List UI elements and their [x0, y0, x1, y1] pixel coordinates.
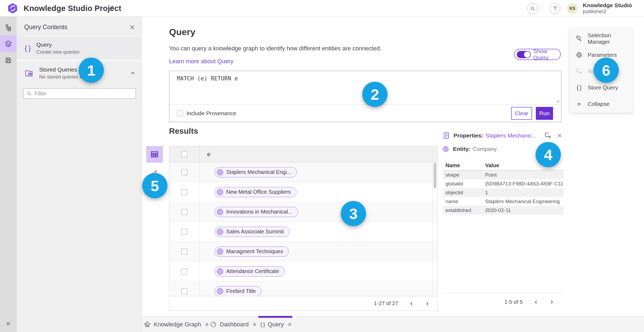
property-row: shape Point — [443, 170, 564, 179]
project-title: Knowledge Studio Project — [24, 0, 121, 17]
toggle-knob — [524, 51, 530, 58]
entity-type: Company — [473, 146, 497, 152]
table-row: Firebird Title — [169, 281, 437, 296]
entity-pill[interactable]: Sales Associate Summit — [215, 227, 290, 237]
bottom-tab-bar: Knowledge Graph × Dashboard × { } Query … — [142, 316, 644, 332]
entity-dot-icon — [443, 146, 449, 152]
entity-pill[interactable]: Attendance Certificate — [215, 266, 285, 277]
row-checkbox[interactable] — [181, 169, 187, 175]
results-page-range: 1-27 of 27 — [374, 300, 398, 307]
callout-badge-1: 1 — [79, 58, 104, 83]
table-row: Attendance Certificate — [169, 262, 437, 281]
select-all-checkbox[interactable] — [181, 151, 187, 157]
results-prev-page-button[interactable]: ‹ — [409, 300, 414, 307]
tab-dashboard[interactable]: Dashboard × — [210, 316, 257, 332]
panel-header: Query Contents — [17, 17, 141, 38]
row-checkbox[interactable] — [181, 189, 187, 195]
scrollbar-gutter — [432, 146, 437, 162]
rail-expand-button[interactable]: » — [0, 315, 17, 331]
item-title: Query — [36, 42, 79, 48]
query-editor-footer: Include Provenance Clear Run — [169, 105, 561, 122]
add-square-icon — [575, 68, 583, 75]
table-row: New Metal Office Suppliers — [169, 182, 437, 202]
rail-item-save[interactable] — [0, 52, 17, 69]
row-checkbox[interactable] — [181, 288, 187, 294]
entity-pill[interactable]: Managment Techniques — [215, 247, 289, 257]
table-row: Sales Associate Summit — [169, 222, 437, 242]
tab-knowledge-graph[interactable]: Knowledge Graph × — [144, 316, 209, 332]
show-query-toggle[interactable]: Show Query — [514, 49, 561, 60]
column-header-name: Name — [443, 162, 485, 169]
property-row: name Staplers Mechanical Engineering — [443, 197, 564, 206]
hierarchy-icon — [5, 24, 12, 31]
properties-entity-link[interactable]: Staplers Mechanic... — [485, 132, 536, 139]
filter-field — [24, 88, 136, 99]
properties-doc-icon — [443, 132, 450, 139]
rail-item-contents-active[interactable] — [0, 35, 17, 52]
add-to-new-icon[interactable] — [544, 132, 552, 139]
row-checkbox[interactable] — [181, 268, 187, 274]
properties-page-range: 1-5 of 5 — [504, 299, 523, 305]
expand-icon: » — [6, 319, 10, 327]
entity-pill[interactable]: New Metal Office Suppliers — [215, 187, 297, 197]
braces-icon: { } — [260, 321, 265, 328]
properties-title: Properties: — [453, 132, 483, 139]
top-bar: Knowledge Studio Project ? KS Knowledge … — [0, 0, 644, 17]
menu-item-selection-manager[interactable]: Selection Manager — [569, 30, 633, 47]
results-next-page-button[interactable]: › — [425, 300, 430, 307]
sidebar-item-query[interactable]: { } Query Create new queries — [17, 38, 141, 59]
tab-query-active[interactable]: { } Query × — [260, 316, 292, 332]
properties-next-page-button[interactable]: › — [549, 298, 554, 306]
properties-table: Name Value shape Point globalid {5D9B471… — [443, 161, 564, 215]
results-pagination: 1-27 of 27 ‹ › — [169, 296, 437, 311]
table-icon — [150, 150, 159, 159]
entity-dot-icon — [217, 229, 223, 235]
avatar[interactable]: KS — [567, 3, 578, 14]
include-provenance-label: Include Provenance — [186, 110, 236, 117]
search-button[interactable] — [527, 3, 538, 14]
entity-dot-icon — [217, 169, 223, 176]
clear-button[interactable]: Clear — [511, 107, 532, 120]
entity-dot-icon — [217, 268, 223, 275]
edit-title-icon[interactable] — [107, 5, 114, 12]
entity-pill[interactable]: Innovations in Mechanical... — [215, 207, 298, 217]
collapse-section-icon[interactable] — [130, 70, 136, 76]
app-logo-icon[interactable] — [7, 3, 18, 14]
menu-item-collapse[interactable]: » Collapse — [569, 96, 633, 112]
learn-more-link[interactable]: Learn more about Query — [169, 58, 233, 65]
callout-badge-4: 4 — [536, 142, 561, 167]
close-tab-icon[interactable]: × — [288, 321, 292, 328]
entity-dot-icon — [217, 248, 223, 255]
help-button[interactable]: ? — [550, 3, 560, 14]
entity-label: Entity: — [453, 146, 470, 152]
toggle-track — [517, 51, 531, 58]
entity-pill[interactable]: Firebird Title — [215, 286, 261, 296]
stored-queries-folder-icon — [25, 69, 33, 77]
table-view-button[interactable] — [146, 146, 163, 163]
row-checkbox[interactable] — [181, 249, 187, 255]
run-button[interactable]: Run — [536, 107, 553, 120]
entity-pill[interactable]: Staplers Mechanical Engi... — [215, 167, 297, 177]
filter-input[interactable] — [35, 91, 133, 97]
results-table-header: e — [169, 146, 437, 162]
results-table-body: Staplers Mechanical Engi... New Metal Of… — [169, 162, 437, 296]
resize-handle[interactable] — [555, 99, 560, 103]
entity-dot-icon — [217, 288, 223, 294]
properties-prev-page-button[interactable]: ‹ — [533, 298, 539, 306]
vertical-scrollbar[interactable] — [434, 163, 436, 188]
close-tab-icon[interactable]: × — [205, 321, 209, 328]
table-row: Managment Techniques — [169, 242, 437, 262]
row-checkbox[interactable] — [181, 209, 187, 215]
close-tab-icon[interactable]: × — [253, 321, 257, 328]
row-checkbox[interactable] — [181, 229, 187, 235]
properties-close-icon[interactable]: × — [558, 133, 564, 139]
braces-icon: { } — [575, 84, 583, 91]
user-info[interactable]: Knowledge Studio publisher2 — [583, 2, 632, 14]
include-provenance-checkbox[interactable] — [177, 110, 183, 116]
gear-icon — [575, 51, 583, 59]
query-contents-panel: Query Contents { } Query Create new quer… — [17, 17, 142, 332]
entity-dot-icon — [217, 209, 223, 215]
callout-badge-5: 5 — [142, 173, 167, 198]
panel-close-icon[interactable] — [129, 24, 136, 31]
rail-item-hierarchy[interactable] — [0, 19, 17, 36]
